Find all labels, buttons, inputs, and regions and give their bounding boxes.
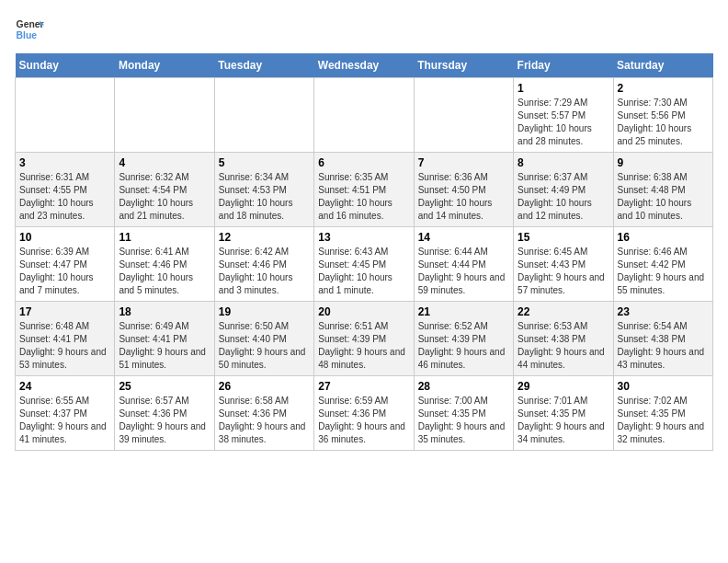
day-info: Sunrise: 6:35 AM Sunset: 4:51 PM Dayligh… [318,171,409,223]
day-info: Sunrise: 6:51 AM Sunset: 4:39 PM Dayligh… [318,320,409,372]
day-info: Sunrise: 6:59 AM Sunset: 4:36 PM Dayligh… [318,395,409,446]
day-info: Sunrise: 7:01 AM Sunset: 4:35 PM Dayligh… [518,395,609,446]
day-info: Sunrise: 6:54 AM Sunset: 4:38 PM Dayligh… [618,320,709,372]
day-number: 11 [119,231,210,244]
calendar-cell: 12Sunrise: 6:42 AM Sunset: 4:46 PM Dayli… [214,227,313,302]
day-header-tuesday: Tuesday [214,53,313,78]
calendar-cell: 6Sunrise: 6:35 AM Sunset: 4:51 PM Daylig… [314,153,414,227]
day-info: Sunrise: 6:39 AM Sunset: 4:47 PM Dayligh… [19,246,110,297]
day-number: 8 [518,156,609,169]
calendar-cell: 20Sunrise: 6:51 AM Sunset: 4:39 PM Dayli… [314,302,414,376]
calendar-week-1: 1Sunrise: 7:29 AM Sunset: 5:57 PM Daylig… [16,78,713,153]
calendar-cell: 2Sunrise: 7:30 AM Sunset: 5:56 PM Daylig… [613,78,712,153]
day-info: Sunrise: 6:58 AM Sunset: 4:36 PM Dayligh… [219,395,310,446]
day-info: Sunrise: 7:00 AM Sunset: 4:35 PM Dayligh… [418,395,509,446]
calendar-cell [115,78,214,153]
day-number: 7 [418,156,509,169]
calendar-cell [16,78,115,153]
day-info: Sunrise: 6:46 AM Sunset: 4:42 PM Dayligh… [618,246,709,297]
calendar-cell: 30Sunrise: 7:02 AM Sunset: 4:35 PM Dayli… [613,376,712,451]
day-info: Sunrise: 6:32 AM Sunset: 4:54 PM Dayligh… [119,171,210,223]
day-number: 17 [19,305,110,318]
calendar-cell [414,78,513,153]
svg-text:Blue: Blue [17,30,38,40]
day-info: Sunrise: 7:30 AM Sunset: 5:56 PM Dayligh… [618,97,709,148]
calendar-cell: 8Sunrise: 6:37 AM Sunset: 4:49 PM Daylig… [514,153,613,227]
calendar-cell [314,78,414,153]
calendar-cell: 11Sunrise: 6:41 AM Sunset: 4:46 PM Dayli… [115,227,214,302]
calendar-cell: 21Sunrise: 6:52 AM Sunset: 4:39 PM Dayli… [414,302,513,376]
calendar-cell: 19Sunrise: 6:50 AM Sunset: 4:40 PM Dayli… [214,302,313,376]
day-number: 12 [219,231,310,244]
day-number: 30 [618,380,709,393]
logo: General Blue [15,15,44,44]
page-header: General Blue [15,15,713,44]
day-number: 1 [518,82,609,95]
day-number: 4 [119,156,210,169]
day-info: Sunrise: 6:53 AM Sunset: 4:38 PM Dayligh… [518,320,609,372]
day-header-sunday: Sunday [16,53,115,78]
day-number: 28 [418,380,509,393]
calendar-cell: 15Sunrise: 6:45 AM Sunset: 4:43 PM Dayli… [514,227,613,302]
day-number: 3 [19,156,110,169]
day-number: 9 [618,156,709,169]
day-number: 22 [518,305,609,318]
calendar-cell [214,78,313,153]
day-header-monday: Monday [115,53,214,78]
day-info: Sunrise: 6:38 AM Sunset: 4:48 PM Dayligh… [618,171,709,223]
day-number: 13 [318,231,409,244]
day-number: 2 [618,82,709,95]
day-number: 21 [418,305,509,318]
calendar-cell: 9Sunrise: 6:38 AM Sunset: 4:48 PM Daylig… [613,153,712,227]
day-info: Sunrise: 6:49 AM Sunset: 4:41 PM Dayligh… [119,320,210,372]
day-info: Sunrise: 6:44 AM Sunset: 4:44 PM Dayligh… [418,246,509,297]
day-number: 24 [19,380,110,393]
day-number: 18 [119,305,210,318]
calendar-cell: 16Sunrise: 6:46 AM Sunset: 4:42 PM Dayli… [613,227,712,302]
day-header-friday: Friday [514,53,613,78]
calendar-cell: 29Sunrise: 7:01 AM Sunset: 4:35 PM Dayli… [514,376,613,451]
day-info: Sunrise: 6:48 AM Sunset: 4:41 PM Dayligh… [19,320,110,372]
calendar-cell: 4Sunrise: 6:32 AM Sunset: 4:54 PM Daylig… [115,153,214,227]
calendar-cell: 14Sunrise: 6:44 AM Sunset: 4:44 PM Dayli… [414,227,513,302]
day-number: 16 [618,231,709,244]
day-info: Sunrise: 6:50 AM Sunset: 4:40 PM Dayligh… [219,320,310,372]
day-info: Sunrise: 6:41 AM Sunset: 4:46 PM Dayligh… [119,246,210,297]
calendar-cell: 25Sunrise: 6:57 AM Sunset: 4:36 PM Dayli… [115,376,214,451]
calendar-cell: 22Sunrise: 6:53 AM Sunset: 4:38 PM Dayli… [514,302,613,376]
day-number: 29 [518,380,609,393]
day-info: Sunrise: 6:57 AM Sunset: 4:36 PM Dayligh… [119,395,210,446]
day-number: 27 [318,380,409,393]
day-info: Sunrise: 6:36 AM Sunset: 4:50 PM Dayligh… [418,171,509,223]
day-number: 15 [518,231,609,244]
calendar-week-4: 17Sunrise: 6:48 AM Sunset: 4:41 PM Dayli… [16,302,713,376]
calendar-cell: 24Sunrise: 6:55 AM Sunset: 4:37 PM Dayli… [16,376,115,451]
calendar-week-5: 24Sunrise: 6:55 AM Sunset: 4:37 PM Dayli… [16,376,713,451]
day-number: 25 [119,380,210,393]
calendar-cell: 28Sunrise: 7:00 AM Sunset: 4:35 PM Dayli… [414,376,513,451]
calendar-cell: 26Sunrise: 6:58 AM Sunset: 4:36 PM Dayli… [214,376,313,451]
day-info: Sunrise: 6:55 AM Sunset: 4:37 PM Dayligh… [19,395,110,446]
day-info: Sunrise: 6:43 AM Sunset: 4:45 PM Dayligh… [318,246,409,297]
calendar-week-3: 10Sunrise: 6:39 AM Sunset: 4:47 PM Dayli… [16,227,713,302]
day-info: Sunrise: 6:34 AM Sunset: 4:53 PM Dayligh… [219,171,310,223]
logo-icon: General Blue [15,15,44,44]
day-number: 19 [219,305,310,318]
calendar-cell: 18Sunrise: 6:49 AM Sunset: 4:41 PM Dayli… [115,302,214,376]
day-header-thursday: Thursday [414,53,513,78]
calendar-cell: 7Sunrise: 6:36 AM Sunset: 4:50 PM Daylig… [414,153,513,227]
calendar-cell: 13Sunrise: 6:43 AM Sunset: 4:45 PM Dayli… [314,227,414,302]
day-number: 14 [418,231,509,244]
calendar-cell: 23Sunrise: 6:54 AM Sunset: 4:38 PM Dayli… [613,302,712,376]
day-number: 10 [19,231,110,244]
day-info: Sunrise: 6:52 AM Sunset: 4:39 PM Dayligh… [418,320,509,372]
calendar-cell: 27Sunrise: 6:59 AM Sunset: 4:36 PM Dayli… [314,376,414,451]
calendar-table: SundayMondayTuesdayWednesdayThursdayFrid… [15,53,713,451]
calendar-header-row: SundayMondayTuesdayWednesdayThursdayFrid… [16,53,713,78]
calendar-cell: 1Sunrise: 7:29 AM Sunset: 5:57 PM Daylig… [514,78,613,153]
day-info: Sunrise: 7:02 AM Sunset: 4:35 PM Dayligh… [618,395,709,446]
day-number: 26 [219,380,310,393]
calendar-cell: 17Sunrise: 6:48 AM Sunset: 4:41 PM Dayli… [16,302,115,376]
day-info: Sunrise: 6:31 AM Sunset: 4:55 PM Dayligh… [19,171,110,223]
calendar-cell: 5Sunrise: 6:34 AM Sunset: 4:53 PM Daylig… [214,153,313,227]
